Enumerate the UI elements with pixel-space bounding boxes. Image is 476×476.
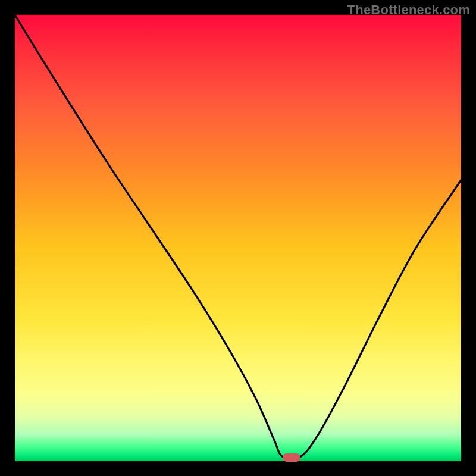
- optimal-marker: [283, 453, 300, 462]
- watermark-label: TheBottleneck.com: [347, 2, 470, 18]
- bottleneck-curve: [15, 15, 461, 461]
- plot-area: [15, 15, 461, 461]
- chart-container: TheBottleneck.com: [0, 0, 476, 476]
